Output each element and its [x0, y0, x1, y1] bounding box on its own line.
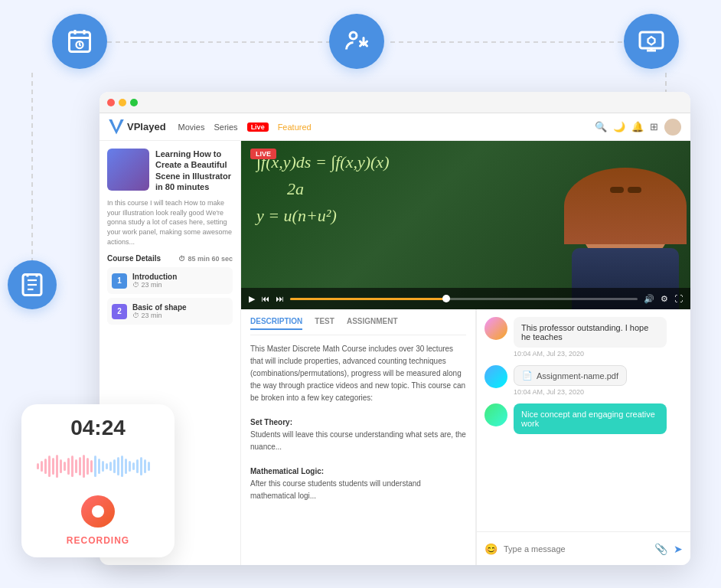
chat-msg-content-2: 📄 Assignment-name.pdf 10:04 AM, Jul 23, … — [514, 365, 627, 396]
right-area: ∫f(x,y)ds = ∫f(x,y)(x) 2a y = u(n+u²) LI… — [241, 141, 690, 565]
volume-icon[interactable]: 🔊 — [644, 294, 654, 304]
lesson-number-1: 1 — [112, 273, 127, 289]
logo-icon — [109, 119, 124, 135]
course-header: Learning How to Create a Beautiful Scene… — [107, 149, 233, 192]
lesson-number-2: 2 — [112, 304, 127, 319]
prev-button[interactable]: ⏮ — [261, 294, 269, 303]
chat-messages: This professor outstanding. I hope he te… — [477, 309, 690, 531]
chat-msg-content-3: Nice concept and engaging creative work — [514, 403, 667, 434]
fullscreen-icon[interactable]: ⛶ — [674, 294, 683, 303]
description-text: This Master Discrete Math Course include… — [250, 343, 466, 502]
progress-indicator — [442, 295, 450, 302]
course-title: Learning How to Create a Beautiful Scene… — [155, 149, 233, 192]
teacher-hair — [564, 168, 687, 244]
svg-point-9 — [350, 32, 357, 39]
chat-input-area: 😊 📎 ➤ — [477, 531, 690, 565]
chat-input[interactable] — [504, 544, 648, 554]
notepad-icon — [8, 260, 57, 309]
chat-time-1: 10:04 AM, Jul 23, 2020 — [514, 350, 667, 358]
lesson-item-2[interactable]: 2 Basic of shape ⏱ 23 min — [107, 298, 233, 325]
chat-message-3: Nice concept and engaging creative work — [484, 403, 683, 434]
screen-education-icon — [624, 14, 679, 69]
recording-widget: 04:24 RECORDING — [21, 404, 175, 557]
close-dot[interactable] — [107, 99, 115, 106]
course-time: ⏱ 85 min 60 sec — [178, 255, 233, 263]
tab-assignment[interactable]: ASSIGNMENT — [347, 317, 398, 330]
desc-tabs: DESCRIPTION TEST ASSIGNMENT — [250, 317, 466, 335]
progress-bar[interactable] — [290, 298, 638, 300]
notification-icon[interactable]: 🔔 — [631, 121, 644, 132]
lesson-duration-1: ⏱ 23 min — [132, 281, 177, 289]
progress-fill — [290, 298, 446, 300]
chat-panel: This professor outstanding. I hope he te… — [476, 309, 690, 565]
description-panel: DESCRIPTION TEST ASSIGNMENT This Master … — [241, 309, 476, 565]
nav-icons: 🔍 🌙 🔔 ⊞ — [595, 119, 681, 136]
chat-avatar-3 — [484, 403, 507, 426]
math-content: ∫f(x,y)ds = ∫f(x,y)(x) 2a y = u(n+u²) — [256, 149, 389, 230]
nav-links: Movies Series Live Featured — [178, 122, 312, 132]
lesson-duration-2: ⏱ 23 min — [132, 312, 187, 319]
teacher-glasses-left — [610, 187, 624, 193]
logo: VPlayed — [109, 119, 166, 135]
chat-msg-content-1: This professor outstanding. I hope he te… — [514, 317, 667, 358]
lesson-info-1: Introduction ⏱ 23 min — [132, 273, 177, 289]
grid-icon[interactable]: ⊞ — [650, 121, 658, 132]
attachment-button[interactable]: 📎 — [654, 543, 667, 555]
course-thumbnail — [107, 149, 149, 191]
waveform-bars — [37, 448, 159, 485]
chat-bubble-teal: Nice concept and engaging creative work — [514, 403, 667, 434]
chat-time-2: 10:04 AM, Jul 23, 2020 — [514, 388, 627, 396]
tab-description[interactable]: DESCRIPTION — [250, 317, 302, 330]
expand-dot[interactable] — [130, 99, 138, 106]
recording-label: RECORDING — [67, 535, 129, 546]
emoji-button[interactable]: 😊 — [484, 543, 498, 555]
search-icon[interactable]: 🔍 — [595, 121, 607, 132]
nav-featured[interactable]: Featured — [278, 122, 312, 132]
bottom-split: DESCRIPTION TEST ASSIGNMENT This Master … — [241, 309, 690, 565]
recording-waveform — [37, 448, 159, 485]
live-badge: LIVE — [250, 149, 276, 159]
nav-movies[interactable]: Movies — [178, 122, 205, 132]
user-avatar[interactable] — [664, 119, 681, 136]
chat-message-2: 📄 Assignment-name.pdf 10:04 AM, Jul 23, … — [484, 365, 683, 396]
video-controls: ▶ ⏮ ⏭ 🔊 ⚙ ⛶ — [241, 288, 690, 309]
recording-button[interactable] — [81, 495, 115, 528]
user-swap-icon — [329, 14, 384, 69]
record-indicator — [92, 505, 104, 518]
lesson-item-1[interactable]: 1 Introduction ⏱ 23 min — [107, 267, 233, 294]
send-button[interactable]: ➤ — [674, 543, 683, 555]
file-icon: 📄 — [522, 371, 533, 381]
nav-series[interactable]: Series — [214, 122, 237, 132]
chat-avatar-2 — [484, 365, 507, 388]
chat-bubble-1: This professor outstanding. I hope he te… — [514, 317, 667, 348]
lesson-info-2: Basic of shape ⏱ 23 min — [132, 303, 187, 319]
browser-chrome — [100, 92, 690, 113]
clock-icon: ⏱ — [178, 255, 185, 263]
minimize-dot[interactable] — [119, 99, 126, 106]
chat-message-1: This professor outstanding. I hope he te… — [484, 317, 683, 358]
teacher-glasses-right — [628, 187, 641, 193]
chat-file-bubble: 📄 Assignment-name.pdf — [514, 365, 627, 386]
next-button[interactable]: ⏭ — [276, 294, 284, 303]
course-description: In this course I will teach How to make … — [107, 198, 233, 247]
calendar-icon — [52, 14, 107, 69]
nav-live-badge[interactable]: Live — [247, 122, 269, 132]
recording-time: 04:24 — [70, 416, 126, 440]
main-content: Learning How to Create a Beautiful Scene… — [100, 141, 690, 565]
settings-icon[interactable]: ⚙ — [661, 294, 668, 304]
logo-text: VPlayed — [127, 121, 166, 132]
nav-bar: VPlayed Movies Series Live Featured 🔍 🌙 … — [100, 113, 690, 141]
chat-avatar-1 — [484, 317, 507, 340]
video-container: ∫f(x,y)ds = ∫f(x,y)(x) 2a y = u(n+u²) LI… — [241, 141, 690, 309]
play-button[interactable]: ▶ — [249, 294, 255, 304]
dark-mode-icon[interactable]: 🌙 — [613, 121, 625, 132]
video-background: ∫f(x,y)ds = ∫f(x,y)(x) 2a y = u(n+u²) LI… — [241, 141, 690, 309]
course-details-header: Course Details ⏱ 85 min 60 sec — [107, 254, 233, 263]
browser-window: VPlayed Movies Series Live Featured 🔍 🌙 … — [100, 92, 690, 565]
tab-test[interactable]: TEST — [315, 317, 334, 330]
